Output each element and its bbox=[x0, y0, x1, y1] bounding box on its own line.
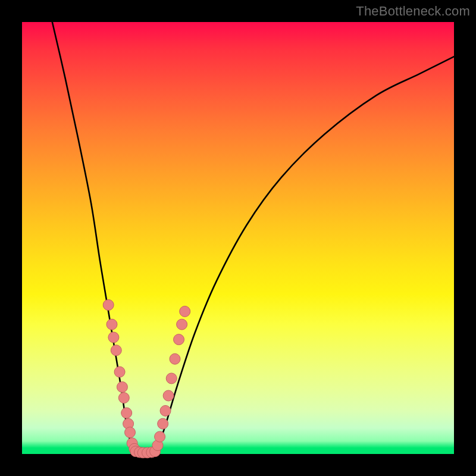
cluster-dot bbox=[103, 300, 114, 311]
cluster-dot bbox=[155, 431, 165, 442]
cluster-dot bbox=[163, 390, 174, 401]
bottleneck-curve bbox=[52, 22, 454, 453]
cluster-dot bbox=[170, 353, 180, 364]
cluster-dot bbox=[177, 319, 187, 330]
cluster-dot bbox=[121, 408, 132, 418]
cluster-dot bbox=[107, 319, 117, 330]
outer-frame: TheBottleneck.com bbox=[0, 0, 476, 476]
cluster-dot bbox=[117, 381, 127, 392]
cluster-dot bbox=[166, 373, 177, 384]
chart-svg bbox=[22, 22, 454, 454]
cluster-dot bbox=[180, 306, 190, 317]
cluster-dot bbox=[125, 427, 136, 438]
cluster-dot bbox=[114, 367, 125, 377]
cluster-dot bbox=[160, 405, 171, 416]
cluster-dot bbox=[108, 332, 119, 343]
watermark-text: TheBottleneck.com bbox=[356, 4, 470, 19]
cluster-dots-group bbox=[103, 300, 190, 458]
cluster-dot bbox=[174, 334, 184, 345]
cluster-dot bbox=[111, 345, 121, 356]
cluster-dot bbox=[118, 393, 129, 403]
cluster-dot bbox=[158, 418, 168, 429]
